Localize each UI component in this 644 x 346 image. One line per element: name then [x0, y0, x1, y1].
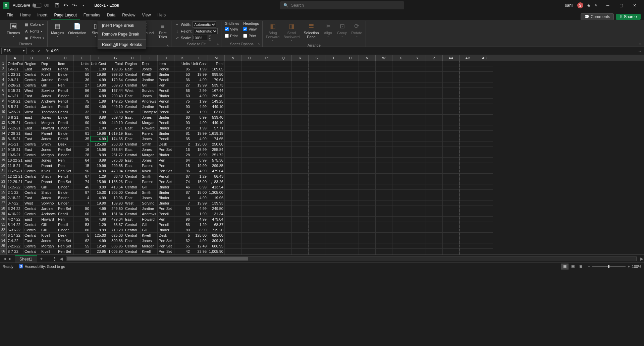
- cell[interactable]: [309, 115, 325, 120]
- cell[interactable]: [476, 168, 493, 174]
- cell[interactable]: [476, 227, 493, 233]
- cell[interactable]: [460, 249, 476, 254]
- selection-pane-button[interactable]: ☰Selection Pane: [302, 21, 320, 40]
- cell[interactable]: Central: [23, 174, 40, 179]
- cell[interactable]: [325, 77, 342, 82]
- cell[interactable]: 7-21-22: [7, 243, 23, 249]
- cell[interactable]: 174.65: [208, 136, 225, 141]
- cell[interactable]: [225, 200, 241, 206]
- cell[interactable]: Gill: [40, 227, 57, 233]
- cell[interactable]: Smith: [40, 190, 57, 195]
- cell[interactable]: 15.99: [191, 179, 208, 184]
- cell[interactable]: 29: [74, 125, 91, 131]
- cell[interactable]: 4.99: [191, 238, 208, 243]
- cell[interactable]: [275, 222, 292, 227]
- cell[interactable]: [225, 109, 241, 115]
- cell[interactable]: [409, 77, 426, 82]
- col-header[interactable]: E: [74, 55, 91, 61]
- cell[interactable]: [275, 93, 292, 99]
- cell[interactable]: [392, 66, 409, 72]
- cell[interactable]: East: [124, 238, 141, 243]
- cell[interactable]: 686.95: [107, 243, 124, 249]
- cell[interactable]: [376, 152, 392, 158]
- cell[interactable]: [376, 61, 392, 66]
- cell[interactable]: [258, 61, 275, 66]
- cell[interactable]: [258, 184, 275, 190]
- cell[interactable]: 56: [174, 88, 191, 93]
- cell[interactable]: [376, 82, 392, 88]
- cell[interactable]: [392, 125, 409, 131]
- cell[interactable]: [309, 174, 325, 179]
- cell[interactable]: Jones: [141, 158, 158, 163]
- cell[interactable]: [443, 104, 460, 109]
- sheet-options-launcher[interactable]: ⤡: [258, 43, 260, 46]
- headings-view-check[interactable]: View: [242, 26, 258, 32]
- cell[interactable]: [443, 93, 460, 99]
- cell[interactable]: Kivell: [141, 72, 158, 77]
- cell[interactable]: [258, 211, 275, 217]
- cell[interactable]: [460, 163, 476, 168]
- cell[interactable]: [359, 200, 376, 206]
- cell[interactable]: [258, 222, 275, 227]
- cell[interactable]: [460, 93, 476, 99]
- hscroll-left-icon[interactable]: ◀: [59, 256, 63, 261]
- col-header[interactable]: AA: [443, 55, 460, 61]
- cell[interactable]: Total: [208, 61, 225, 66]
- cell[interactable]: [443, 152, 460, 158]
- cell[interactable]: [376, 163, 392, 168]
- cell[interactable]: [476, 152, 493, 158]
- cell[interactable]: [359, 93, 376, 99]
- cell[interactable]: 60: [74, 115, 91, 120]
- cell[interactable]: [476, 131, 493, 136]
- cell[interactable]: Pen Set: [57, 249, 74, 254]
- cell[interactable]: [443, 125, 460, 131]
- cell[interactable]: [426, 88, 443, 93]
- autosave-toggle[interactable]: AutoSave Off: [13, 3, 49, 8]
- cell[interactable]: [409, 190, 426, 195]
- cell[interactable]: [409, 222, 426, 227]
- cell[interactable]: Jones: [40, 195, 57, 200]
- cell[interactable]: [359, 243, 376, 249]
- cell[interactable]: Rep: [141, 61, 158, 66]
- cell[interactable]: [241, 233, 258, 238]
- cell[interactable]: [309, 141, 325, 147]
- cell[interactable]: Pencil: [158, 109, 174, 115]
- cell[interactable]: 95: [174, 66, 191, 72]
- cell[interactable]: [225, 168, 241, 174]
- cell[interactable]: [258, 115, 275, 120]
- cell[interactable]: 60: [174, 115, 191, 120]
- cell[interactable]: Pen Set: [158, 168, 174, 174]
- scale-up[interactable]: ▲: [209, 36, 211, 38]
- col-header[interactable]: L: [191, 55, 208, 61]
- cell[interactable]: [443, 200, 460, 206]
- cell[interactable]: Central: [124, 206, 141, 211]
- cell[interactable]: [443, 88, 460, 93]
- cell[interactable]: 4.99: [91, 195, 107, 200]
- cell[interactable]: 16: [174, 147, 191, 152]
- cell[interactable]: [376, 93, 392, 99]
- cell[interactable]: [426, 200, 443, 206]
- cell[interactable]: [426, 233, 443, 238]
- cell[interactable]: [325, 104, 342, 109]
- cell[interactable]: [225, 179, 241, 184]
- cell[interactable]: [325, 152, 342, 158]
- cell[interactable]: [292, 222, 309, 227]
- cell[interactable]: Sorvino: [141, 254, 158, 254]
- cell[interactable]: [292, 104, 309, 109]
- cell[interactable]: [376, 136, 392, 141]
- cell[interactable]: [376, 72, 392, 77]
- cell[interactable]: Morgan: [141, 120, 158, 125]
- cell[interactable]: [241, 168, 258, 174]
- cell[interactable]: [342, 158, 359, 163]
- cell[interactable]: 8.99: [91, 152, 107, 158]
- cell[interactable]: 2.99: [91, 88, 107, 93]
- cell[interactable]: 3: [174, 254, 191, 254]
- tab-data[interactable]: Data: [104, 11, 119, 20]
- cell[interactable]: Central: [23, 82, 40, 88]
- cell[interactable]: [342, 238, 359, 243]
- cell[interactable]: [476, 217, 493, 222]
- cell[interactable]: [342, 222, 359, 227]
- cell[interactable]: Central: [124, 243, 141, 249]
- cell[interactable]: Central: [23, 249, 40, 254]
- cell[interactable]: [275, 147, 292, 152]
